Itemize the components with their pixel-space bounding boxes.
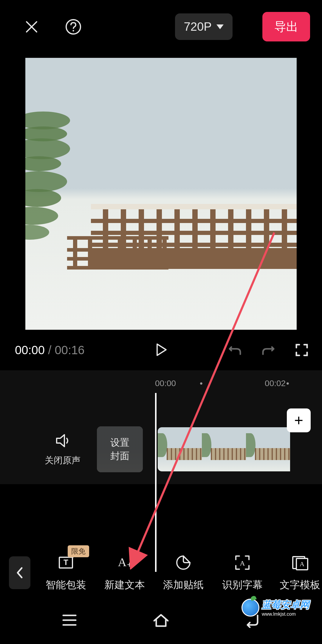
close-button[interactable] [23, 18, 41, 36]
video-preview[interactable] [25, 58, 297, 330]
template-icon: A [291, 554, 309, 572]
time-display: 00:00 / 00:16 [15, 343, 85, 357]
plus-icon: + [294, 411, 303, 429]
clip-thumbnail [158, 427, 202, 471]
speaker-icon [54, 432, 71, 449]
top-bar: 720P 导出 [0, 0, 322, 53]
playback-bar: 00:00 / 00:16 [0, 330, 322, 370]
svg-text:T: T [64, 558, 68, 567]
timeline-dot: • [200, 379, 203, 388]
redo-button[interactable] [260, 342, 277, 358]
text-template-label: 文字模板 [280, 578, 320, 592]
mute-button[interactable]: 关闭原声 [45, 432, 80, 467]
mute-label: 关闭原声 [45, 454, 80, 467]
new-text-icon: A + [116, 554, 134, 572]
new-text-button[interactable]: A + 新建文本 [101, 554, 148, 592]
time-separator: / [48, 343, 55, 357]
preview-lower-deck-decoration [67, 236, 168, 272]
watermark-logo [242, 599, 259, 617]
clip-thumbnail [202, 427, 246, 471]
undo-icon [228, 343, 242, 357]
svg-point-1 [73, 30, 74, 31]
limited-badge: 限免 [68, 545, 89, 557]
recognize-subtitle-button[interactable]: A 识别字幕 [219, 554, 266, 592]
close-icon [25, 20, 38, 34]
help-button[interactable] [64, 18, 82, 36]
play-icon [154, 342, 168, 357]
chevron-left-icon [16, 567, 24, 579]
watermark-url: www.lmkjst.com [262, 612, 309, 617]
watermark-title: 蓝莓安卓网 [262, 598, 309, 612]
subtitle-icon: A [233, 554, 251, 572]
smart-package-button[interactable]: 限免 T 智能包装 [42, 554, 89, 592]
text-template-button[interactable]: A 文字模板 [278, 554, 322, 592]
total-time: 00:16 [55, 343, 84, 357]
svg-text:A: A [118, 555, 127, 569]
help-icon [65, 19, 81, 35]
fullscreen-button[interactable] [293, 342, 310, 358]
resolution-button[interactable]: 720P [175, 13, 233, 40]
svg-text:A: A [240, 559, 245, 567]
sticker-icon [174, 554, 192, 572]
recognize-subtitle-label: 识别字幕 [222, 578, 263, 592]
timeline-dot: • [286, 379, 289, 388]
nav-menu-button[interactable] [60, 612, 79, 629]
add-clip-button[interactable]: + [287, 408, 311, 432]
timeline-content: 关闭原声 设置 封面 [0, 391, 322, 484]
export-button[interactable]: 导出 [262, 12, 310, 41]
add-sticker-button[interactable]: 添加贴纸 [160, 554, 207, 592]
add-sticker-label: 添加贴纸 [163, 578, 204, 592]
fullscreen-icon [295, 343, 309, 357]
timeline-marker-0: 00:00 [155, 379, 176, 391]
bottom-toolbar: 限免 T 智能包装 A + 新建文本 添加贴纸 A 识别字幕 [0, 545, 322, 601]
back-button[interactable] [9, 556, 30, 589]
timeline-markers: 00:00 00:02 • • [0, 379, 322, 391]
chevron-down-icon [216, 24, 224, 29]
redo-icon [261, 343, 275, 357]
cover-button[interactable]: 设置 封面 [97, 426, 143, 472]
timeline-marker-2: 00:02 [265, 379, 286, 391]
svg-point-0 [66, 20, 80, 34]
new-text-label: 新建文本 [104, 578, 145, 592]
cover-label: 设置 封面 [110, 436, 129, 463]
resolution-value: 720P [184, 20, 212, 33]
svg-text:+: + [127, 560, 132, 569]
undo-button[interactable] [227, 342, 243, 358]
clip-strip[interactable] [158, 427, 322, 471]
play-button[interactable] [154, 342, 168, 358]
playhead[interactable] [155, 393, 157, 572]
nav-home-button[interactable] [151, 612, 171, 629]
clip-thumbnail [246, 427, 290, 471]
watermark: 蓝莓安卓网 www.lmkjst.com [242, 595, 319, 620]
home-icon [151, 612, 171, 628]
current-time: 00:00 [15, 343, 45, 357]
svg-text:A: A [300, 560, 304, 568]
menu-icon [60, 612, 79, 628]
smart-package-label: 智能包装 [46, 578, 86, 592]
timeline-area[interactable]: 00:00 00:02 • • 关闭原声 设置 封面 [0, 370, 322, 484]
